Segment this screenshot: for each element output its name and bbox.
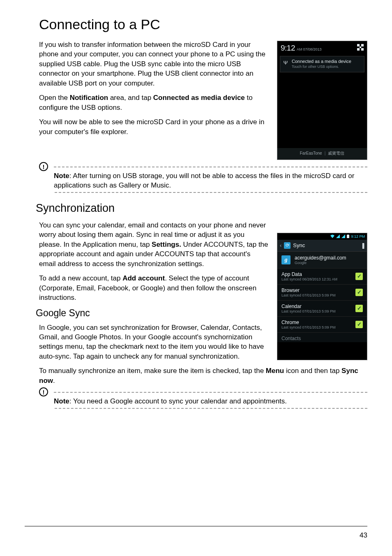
svg-rect-0 bbox=[347, 235, 349, 238]
signal-icon-2 bbox=[341, 234, 345, 238]
para-5: To add a new account, tap Add account. S… bbox=[39, 273, 269, 302]
note-2-text: Note: You need a Google account to sync … bbox=[54, 396, 367, 406]
screenshot-notification-panel: 9:12 AM07/08/2013 Ψ Connected as a media… bbox=[277, 41, 367, 160]
para-7-c: icon and then tap bbox=[284, 367, 341, 375]
quick-settings-icon bbox=[357, 44, 364, 51]
note-1-text: Note: After turning on USB storage, you … bbox=[54, 171, 367, 190]
heading-google-sync: Google Sync bbox=[36, 308, 269, 319]
note-1-label: Note bbox=[54, 172, 69, 180]
para-4-b: Settings. bbox=[152, 241, 181, 248]
carrier-right: 威寶電信 bbox=[328, 151, 344, 155]
sync-item-name: App Data bbox=[281, 271, 337, 277]
sync-item-name: Chrome bbox=[281, 320, 336, 325]
checkmark-icon: ✓ bbox=[355, 273, 363, 280]
wifi-icon bbox=[330, 234, 334, 238]
status-time: 9:12 bbox=[281, 44, 295, 52]
para-5-a: To add a new account, tap bbox=[39, 274, 122, 282]
account-email: acerguides@gmail.com bbox=[295, 255, 346, 261]
sync-item-sub: Last synced 07/01/2013 5:09 PM bbox=[281, 309, 336, 313]
status-bar: 9:12 AM07/08/2013 bbox=[277, 41, 367, 54]
sync-item-name: Calendar bbox=[281, 303, 336, 309]
page-title: Connecting to a PC bbox=[39, 16, 367, 32]
note-icon: ! bbox=[39, 162, 48, 171]
carrier-left: FarEasTone bbox=[300, 151, 322, 155]
sync-item: ChromeLast synced 07/01/2013 5:09 PM✓ bbox=[277, 317, 367, 333]
account-row: g acerguides@gmail.com Google bbox=[277, 252, 367, 269]
sync-header-title: Sync bbox=[293, 242, 305, 248]
back-icon: ‹ bbox=[280, 242, 281, 248]
para-3: You will now be able to see the microSD … bbox=[39, 117, 269, 137]
sync-item-name: Browser bbox=[281, 287, 336, 293]
para-1: If you wish to transfer information betw… bbox=[39, 40, 269, 88]
para-2-c: area, and tap bbox=[108, 94, 153, 102]
para-2-a: Open the bbox=[39, 94, 70, 102]
note-2-body: : You need a Google account to sync your… bbox=[69, 397, 287, 405]
sync-header: ‹ ⟳ Sync ∎∎∎ bbox=[277, 240, 367, 252]
sync-item: BrowserLast synced 07/01/2013 5:09 PM✓ bbox=[277, 285, 367, 301]
para-4: You can sync your calendar, email and co… bbox=[39, 220, 269, 269]
status-bar-2: 9:12 PM bbox=[277, 233, 367, 240]
status-date: 07/08/2013 bbox=[303, 47, 322, 51]
checkmark-icon: ✓ bbox=[355, 289, 363, 296]
battery-icon bbox=[347, 234, 349, 238]
note-1-body: : After turning on USB storage, you will… bbox=[54, 172, 354, 189]
carrier-label: FarEasTone|威寶電信 bbox=[277, 148, 367, 160]
notification-sub: Touch for other USB options. bbox=[292, 65, 361, 69]
sync-item: App DataLast synced 06/28/2013 12:31 AM✓ bbox=[277, 269, 367, 285]
para-7-e: . bbox=[53, 377, 55, 385]
sync-item-sub: Last synced 07/01/2013 5:09 PM bbox=[281, 293, 336, 297]
sync-icon: ⟳ bbox=[284, 242, 291, 249]
notification-item: Ψ Connected as a media device Touch for … bbox=[280, 56, 364, 72]
notification-title: Connected as a media device bbox=[292, 59, 361, 64]
note-2: ! Note: You need a Google account to syn… bbox=[39, 392, 367, 408]
heading-synchronization: Synchronization bbox=[36, 202, 367, 215]
sync-item: CalendarLast synced 07/01/2013 5:09 PM✓ bbox=[277, 301, 367, 317]
page-number: 43 bbox=[360, 531, 367, 540]
svg-rect-1 bbox=[348, 234, 348, 235]
para-7-a: To manually synchronize an item, make su… bbox=[39, 367, 266, 375]
status-time-2: 9:12 PM bbox=[351, 234, 365, 239]
para-2-d: Connected as media device bbox=[153, 94, 245, 102]
sync-item-sub: Last synced 06/28/2013 12:31 AM bbox=[281, 277, 337, 281]
signal-icon bbox=[336, 234, 340, 238]
carrier-divider: | bbox=[325, 151, 326, 155]
sync-item-sub: Last synced 07/01/2013 5:09 PM bbox=[281, 325, 336, 329]
checkmark-icon: ✓ bbox=[355, 321, 363, 328]
para-7-b: Menu bbox=[266, 367, 284, 375]
sync-item-partial: Contacts bbox=[277, 333, 367, 342]
account-provider: Google bbox=[295, 261, 346, 265]
note-2-label: Note bbox=[54, 397, 69, 405]
status-ampm: AM bbox=[296, 47, 302, 51]
screenshot-sync-settings: 9:12 PM ‹ ⟳ Sync ∎∎∎ g acerguides@gmail.… bbox=[277, 233, 367, 360]
note-icon-2: ! bbox=[39, 387, 48, 396]
para-2: Open the Notification area, and tap Conn… bbox=[39, 93, 269, 112]
para-7: To manually synchronize an item, make su… bbox=[39, 366, 367, 385]
google-icon: g bbox=[281, 255, 291, 264]
footer-rule bbox=[25, 526, 367, 526]
note-1: ! Note: After turning on USB storage, yo… bbox=[39, 167, 367, 193]
checkmark-icon: ✓ bbox=[355, 305, 363, 312]
para-2-b: Notification bbox=[70, 94, 108, 102]
usb-icon: Ψ bbox=[283, 60, 288, 65]
para-6: In Google, you can set synchronization f… bbox=[39, 323, 269, 361]
menu-icon: ∎∎∎ bbox=[362, 243, 364, 248]
sync-item-partial-name: Contacts bbox=[281, 336, 301, 341]
para-5-b: Add account bbox=[122, 274, 165, 282]
